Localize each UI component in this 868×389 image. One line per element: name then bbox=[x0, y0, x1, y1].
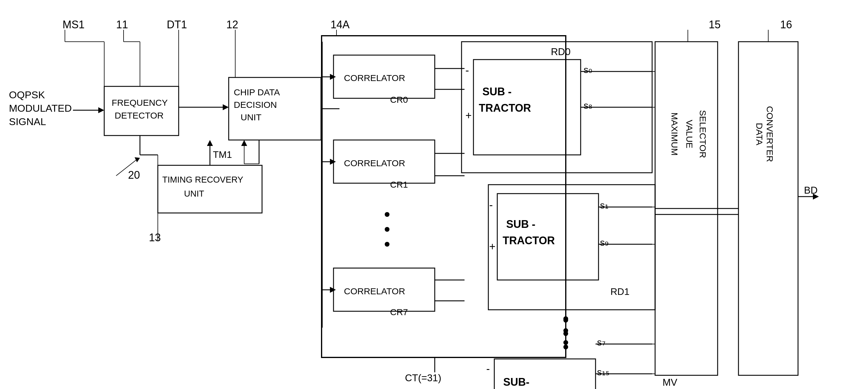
data-converter-text2: CONVERTER bbox=[765, 106, 775, 162]
ref13-label: 13 bbox=[149, 232, 161, 244]
chip-data-text3: UNIT bbox=[241, 112, 261, 122]
freq-detector-text2: DETECTOR bbox=[115, 111, 163, 120]
s7-label: s₇ bbox=[597, 337, 606, 348]
subtractor-rd0-text2: TRACTOR bbox=[479, 102, 531, 114]
oqpsk-label3: SIGNAL bbox=[9, 116, 46, 127]
cr7-label: CR7 bbox=[390, 307, 408, 317]
svg-point-21 bbox=[385, 227, 390, 232]
minus7-top: - bbox=[486, 362, 490, 375]
s0-label: s₀ bbox=[584, 64, 592, 75]
rd1-label: RD1 bbox=[611, 286, 629, 297]
oqpsk-label2: MODULATED bbox=[9, 102, 72, 114]
ms1-label: MS1 bbox=[63, 19, 85, 31]
max-value-text3: SELECTOR bbox=[698, 110, 708, 158]
s1-label: s₁ bbox=[600, 200, 609, 211]
svg-rect-0 bbox=[0, 0, 868, 389]
ref20-label: 20 bbox=[128, 169, 140, 181]
subtractor-rd7-text1: SUB- bbox=[503, 376, 529, 388]
plus1-bottom: + bbox=[489, 240, 495, 252]
plus0-bottom: + bbox=[465, 109, 472, 122]
freq-detector-text1: FREQUENCY bbox=[112, 98, 168, 108]
max-value-text1: MAXIMUM bbox=[670, 113, 680, 156]
cr0-label: CR0 bbox=[390, 95, 408, 104]
minus1-top: - bbox=[489, 199, 493, 211]
bd-label: BD bbox=[804, 185, 818, 196]
mv-label: MV bbox=[662, 377, 677, 388]
subtractor-rd0-text1: SUB - bbox=[483, 86, 512, 98]
data-converter-text1: DATA bbox=[754, 123, 764, 145]
s9-label: s₉ bbox=[600, 237, 609, 248]
ref14a-label: 14A bbox=[331, 19, 349, 31]
s15-label: s₁₅ bbox=[597, 367, 610, 378]
oqpsk-label: OQPSK bbox=[9, 89, 45, 100]
ct-label: CT(=31) bbox=[405, 372, 441, 383]
correlator-cr7-text: CORRELATOR bbox=[344, 286, 405, 296]
timing-recovery-text2: UNIT bbox=[184, 189, 204, 198]
minus0-top: - bbox=[465, 64, 469, 76]
svg-point-45 bbox=[563, 318, 568, 323]
svg-point-20 bbox=[385, 212, 390, 217]
chip-data-text2: DECISION bbox=[234, 100, 277, 110]
timing-recovery-text1: TIMING RECOVERY bbox=[162, 175, 243, 184]
cr1-label: CR1 bbox=[390, 180, 408, 189]
ref12-label: 12 bbox=[226, 19, 238, 31]
max-value-text2: VALUE bbox=[685, 120, 694, 148]
correlator-cr1-text: CORRELATOR bbox=[344, 158, 405, 168]
ref16-label: 16 bbox=[780, 19, 792, 31]
subtractor-rd1-text1: SUB - bbox=[506, 218, 535, 230]
rd0-label: RD0 bbox=[551, 46, 570, 57]
svg-point-42 bbox=[563, 340, 568, 345]
s8-label: s₈ bbox=[584, 100, 592, 111]
ref11-label: 11 bbox=[116, 19, 128, 31]
subtractor-rd1-text2: TRACTOR bbox=[503, 234, 555, 247]
dt1-label: DT1 bbox=[167, 19, 187, 31]
svg-point-46 bbox=[563, 331, 568, 336]
svg-point-22 bbox=[385, 242, 390, 247]
ref15-label: 15 bbox=[709, 19, 721, 31]
chip-data-text1: CHIP DATA bbox=[234, 87, 280, 97]
tm1-label: TM1 bbox=[213, 149, 232, 160]
svg-point-47 bbox=[563, 345, 568, 349]
correlator-cr0-text: CORRELATOR bbox=[344, 73, 405, 83]
diagram-container: MS1 11 DT1 12 14A 15 16 13 20 OQPSK MODU… bbox=[0, 0, 868, 389]
